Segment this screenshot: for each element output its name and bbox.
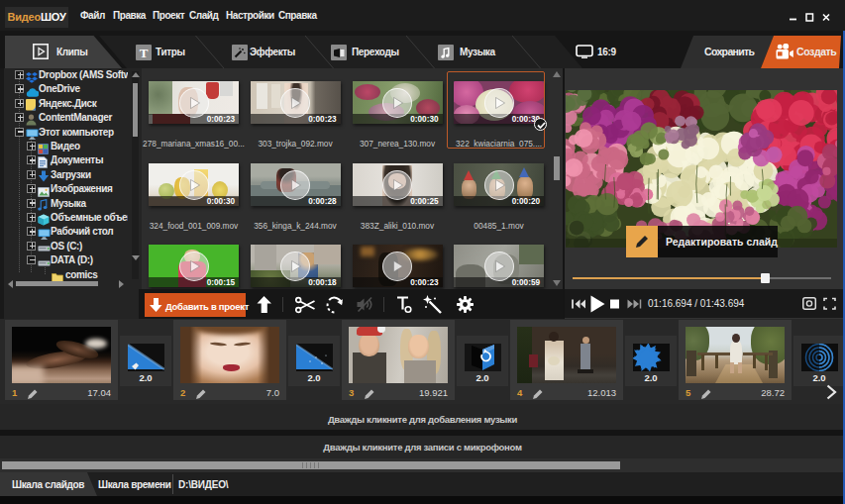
svg-text:T: T [139, 45, 148, 59]
